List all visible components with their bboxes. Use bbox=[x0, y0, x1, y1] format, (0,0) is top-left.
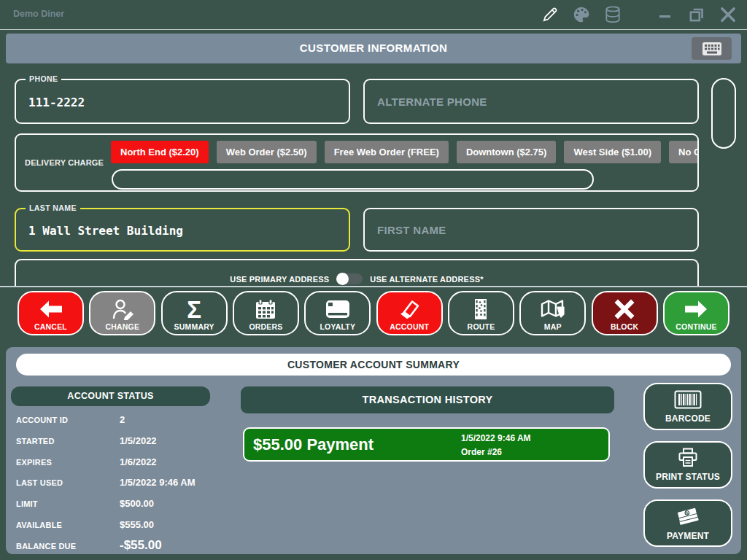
first-name-placeholder: FIRST NAME bbox=[377, 224, 446, 236]
delivery-charge-custom-input[interactable] bbox=[112, 169, 594, 190]
keyboard-icon bbox=[701, 41, 723, 57]
status-row-balance-due: BALANCE DUE -$55.00 bbox=[16, 537, 235, 558]
last-name-label: LAST NAME bbox=[26, 203, 80, 212]
sigma-icon: Σ bbox=[187, 295, 201, 324]
app-title: Demo Diner bbox=[13, 9, 64, 19]
delivery-option-west-side[interactable]: West Side ($1.00) bbox=[564, 141, 661, 163]
delivery-option-north-end[interactable]: North End ($2.20) bbox=[111, 141, 209, 163]
orders-button[interactable]: ORDERS bbox=[233, 291, 299, 335]
phone-value: 111-2222 bbox=[28, 96, 85, 109]
credit-card-icon bbox=[325, 295, 350, 324]
delivery-option-web-order[interactable]: Web Order ($2.50) bbox=[217, 141, 317, 163]
status-row-expires: EXPIRES 1/6/2022 bbox=[16, 453, 235, 474]
transaction-item[interactable]: $55.00 Payment 1/5/2022 9:46 AM Order #2… bbox=[243, 427, 610, 462]
payment-button[interactable]: $ PAYMENT bbox=[643, 499, 732, 547]
print-status-button[interactable]: PRINT STATUS bbox=[643, 441, 732, 489]
alternate-phone-placeholder: ALTERNATE PHONE bbox=[377, 96, 487, 108]
route-map-icon bbox=[471, 295, 491, 324]
summary-panel-title: CUSTOMER ACCOUNT SUMMARY bbox=[16, 354, 731, 376]
titlebar: Demo Diner bbox=[0, 0, 747, 30]
status-row-started: STARTED 1/5/2022 bbox=[16, 432, 235, 453]
customer-account-summary-panel: CUSTOMER ACCOUNT SUMMARY ACCOUNT STATUS … bbox=[6, 347, 741, 554]
wallet-icon bbox=[398, 295, 421, 324]
close-icon[interactable] bbox=[718, 4, 738, 25]
calendar-icon bbox=[255, 295, 276, 324]
use-alternate-address-label: USE ALTERNATE ADDRESS* bbox=[370, 275, 483, 284]
edit-pencil-icon[interactable] bbox=[540, 4, 560, 25]
titlebar-icons bbox=[540, 4, 738, 25]
form-scrollbar[interactable] bbox=[711, 78, 736, 149]
minimize-icon[interactable] bbox=[655, 4, 676, 25]
route-button[interactable]: ROUTE bbox=[448, 291, 514, 335]
first-name-field[interactable]: FIRST NAME bbox=[363, 208, 699, 252]
delivery-option-downtown[interactable]: Downtown ($2.75) bbox=[457, 141, 557, 163]
cash-icon: $ bbox=[676, 506, 700, 529]
address-section: USE PRIMARY ADDRESS USE ALTERNATE ADDRES… bbox=[15, 259, 699, 287]
printer-icon bbox=[678, 448, 698, 470]
address-toggle-row: USE PRIMARY ADDRESS USE ALTERNATE ADDRES… bbox=[16, 273, 697, 284]
person-edit-icon bbox=[110, 295, 135, 324]
account-button[interactable]: ACCOUNT bbox=[376, 291, 443, 335]
last-name-field[interactable]: LAST NAME 1 Wall Street Building bbox=[15, 208, 350, 252]
phone-field[interactable]: PHONE 111-2222 bbox=[15, 79, 350, 124]
delivery-charge-label: DELIVERY CHARGE bbox=[25, 158, 104, 167]
toggle-knob bbox=[336, 273, 349, 285]
account-status-table: ACCOUNT ID 2 STARTED 1/5/2022 EXPIRES 1/… bbox=[16, 411, 235, 558]
arrow-right-icon bbox=[684, 295, 708, 324]
transaction-order-number: Order #26 bbox=[461, 447, 531, 457]
map-button[interactable]: MAP bbox=[519, 291, 586, 335]
summary-side-buttons: BARCODE PRINT STATUS bbox=[643, 383, 732, 558]
use-primary-address-label: USE PRIMARY ADDRESS bbox=[230, 275, 329, 284]
phone-label: PHONE bbox=[26, 74, 61, 83]
action-bar-divider bbox=[0, 286, 747, 287]
barcode-button[interactable]: BARCODE bbox=[643, 383, 732, 430]
folded-map-icon bbox=[540, 295, 566, 324]
arrow-left-icon bbox=[39, 295, 63, 324]
transaction-history-header: TRANSACTION HISTORY bbox=[241, 386, 614, 413]
delivery-charge-options: North End ($2.20) Web Order ($2.50) Free… bbox=[111, 141, 699, 163]
last-name-value: 1 Wall Street Building bbox=[28, 224, 183, 238]
keyboard-button[interactable] bbox=[692, 37, 732, 60]
app-window: Demo Diner CUSTOMER INFORMATION bbox=[0, 0, 747, 560]
change-button[interactable]: CHANGE bbox=[89, 291, 155, 335]
transaction-meta: 1/5/2022 9:46 AM Order #26 bbox=[461, 433, 531, 457]
loyalty-button[interactable]: LOYALTY bbox=[304, 291, 371, 335]
delivery-charge-section: DELIVERY CHARGE North End ($2.20) Web Or… bbox=[15, 133, 699, 192]
customer-information-header: CUSTOMER INFORMATION bbox=[6, 34, 741, 63]
account-status-header: ACCOUNT STATUS bbox=[11, 386, 210, 406]
cancel-button[interactable]: CANCEL bbox=[18, 291, 84, 335]
alternate-phone-field[interactable]: ALTERNATE PHONE bbox=[363, 79, 699, 124]
theme-palette-icon[interactable] bbox=[571, 4, 592, 25]
delivery-option-free-web-order[interactable]: Free Web Order (FREE) bbox=[325, 141, 449, 163]
block-button[interactable]: BLOCK bbox=[592, 291, 658, 335]
restore-icon[interactable] bbox=[686, 4, 707, 25]
database-icon[interactable] bbox=[603, 4, 623, 25]
delivery-option-no-charge[interactable]: No Charge bbox=[669, 141, 699, 163]
transaction-amount: $55.00 Payment bbox=[253, 435, 374, 454]
transaction-datetime: 1/5/2022 9:46 AM bbox=[461, 433, 531, 443]
action-bar: CANCEL CHANGE Σ SUMMARY bbox=[0, 291, 747, 335]
status-row-available: AVAILABLE $555.00 bbox=[16, 516, 235, 537]
address-toggle[interactable] bbox=[336, 273, 363, 284]
status-row-limit: LIMIT $500.00 bbox=[16, 494, 235, 516]
summary-button[interactable]: Σ SUMMARY bbox=[161, 291, 228, 335]
status-row-last-used: LAST USED 1/5/2022 9:46 AM bbox=[16, 473, 235, 494]
x-cross-icon bbox=[614, 295, 635, 324]
barcode-icon bbox=[674, 390, 702, 412]
status-row-account-id: ACCOUNT ID 2 bbox=[16, 411, 235, 432]
continue-button[interactable]: CONTINUE bbox=[663, 291, 729, 335]
page-title: CUSTOMER INFORMATION bbox=[6, 42, 741, 54]
